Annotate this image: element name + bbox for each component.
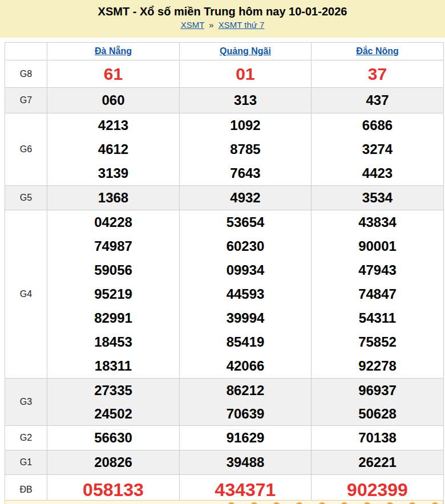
prize-label-g1: G1 bbox=[5, 450, 47, 475]
result-number: 4423 bbox=[312, 161, 443, 185]
result-number: 39488 bbox=[180, 450, 311, 474]
prize-label-g6: G6 bbox=[5, 113, 47, 186]
result-number: 91629 bbox=[180, 426, 311, 450]
result-number: 4213 bbox=[47, 113, 179, 137]
page-header: XSMT - Xổ số miền Trung hôm nay 10-01-20… bbox=[0, 0, 445, 38]
result-number: 20826 bbox=[47, 450, 179, 474]
result-number: 96937 bbox=[312, 379, 443, 402]
result-number: 44593 bbox=[180, 282, 311, 306]
result-number: 70138 bbox=[312, 426, 443, 450]
next-section-cutoff bbox=[5, 500, 443, 504]
result-number: 313 bbox=[180, 88, 311, 112]
corner-cell bbox=[5, 43, 47, 60]
province-link-dac-nong[interactable]: Đắc Nông bbox=[356, 46, 399, 56]
result-number: 59056 bbox=[47, 258, 179, 282]
prize-row-g3: G3 27335 24502 86212 70639 96937 50628 bbox=[5, 379, 444, 426]
result-number: 4932 bbox=[180, 186, 311, 210]
result-number: 39994 bbox=[180, 306, 311, 330]
result-number: 74847 bbox=[312, 282, 443, 306]
result-number: 18311 bbox=[47, 354, 179, 378]
result-number: 3274 bbox=[312, 137, 443, 161]
result-number: 56630 bbox=[47, 426, 179, 450]
province-link-quang-ngai[interactable]: Quảng Ngãi bbox=[220, 46, 271, 56]
column-header-quang-ngai: Quảng Ngãi bbox=[180, 43, 312, 60]
prize-label-g2: G2 bbox=[5, 426, 47, 450]
result-number: 47943 bbox=[312, 258, 443, 282]
prize-label-g7: G7 bbox=[5, 88, 47, 113]
prize-row-g6: G6 4213 4612 3139 1092 8785 7643 6686 32… bbox=[5, 113, 444, 186]
result-number: 92278 bbox=[312, 354, 443, 378]
prize-row-g1: G1 20826 39488 26221 bbox=[5, 450, 444, 475]
result-number: 74987 bbox=[47, 234, 179, 258]
result-number: 70639 bbox=[180, 402, 311, 425]
result-number: 1092 bbox=[180, 113, 311, 137]
breadcrumb: XSMT » XSMT thứ 7 bbox=[0, 20, 445, 30]
table-header-row: Đà Nẵng Quảng Ngãi Đắc Nông bbox=[5, 43, 444, 60]
result-number: 24502 bbox=[47, 402, 179, 425]
prize-row-g5: G5 1368 4932 3534 bbox=[5, 186, 444, 210]
result-number: 04228 bbox=[47, 210, 179, 234]
result-number: 60230 bbox=[180, 234, 311, 258]
result-number: 26221 bbox=[312, 450, 443, 474]
result-number: 95219 bbox=[47, 282, 179, 306]
result-number: 43834 bbox=[312, 210, 443, 234]
prize-row-g8: G8 61 01 37 bbox=[5, 60, 444, 88]
result-number: 437 bbox=[312, 88, 443, 112]
result-number: 3534 bbox=[312, 186, 443, 210]
result-number: 82991 bbox=[47, 306, 179, 330]
prize-row-g2: G2 56630 91629 70138 bbox=[5, 426, 444, 450]
result-number: 37 bbox=[312, 60, 443, 87]
prize-label-g3: G3 bbox=[5, 379, 47, 426]
breadcrumb-link-xsmt-thu-7[interactable]: XSMT thứ 7 bbox=[219, 20, 265, 30]
result-number: 4612 bbox=[47, 137, 179, 161]
prize-row-g7: G7 060 313 437 bbox=[5, 88, 444, 113]
result-number: 42066 bbox=[180, 354, 311, 378]
result-number: 3139 bbox=[47, 161, 179, 185]
prize-label-g5: G5 bbox=[5, 186, 47, 210]
result-number: 54311 bbox=[312, 306, 443, 330]
result-number: 86212 bbox=[180, 379, 311, 402]
result-number: 01 bbox=[180, 60, 311, 87]
prize-row-g4: G4 04228 74987 59056 95219 82991 18453 1… bbox=[5, 210, 444, 379]
result-number: 8785 bbox=[180, 137, 311, 161]
result-number: 50628 bbox=[312, 402, 443, 425]
province-link-da-nang[interactable]: Đà Nẵng bbox=[95, 46, 132, 56]
page-title: XSMT - Xổ số miền Trung hôm nay 10-01-20… bbox=[0, 5, 445, 18]
breadcrumb-link-xsmt[interactable]: XSMT bbox=[181, 20, 204, 30]
result-number: 90001 bbox=[312, 234, 443, 258]
result-number: 53654 bbox=[180, 210, 311, 234]
column-header-dac-nong: Đắc Nông bbox=[312, 43, 444, 60]
breadcrumb-separator: » bbox=[209, 20, 213, 30]
lottery-results-table: Đà Nẵng Quảng Ngãi Đắc Nông G8 61 01 37 … bbox=[5, 42, 444, 504]
result-number: 7643 bbox=[180, 161, 311, 185]
result-number: 6686 bbox=[312, 113, 443, 137]
result-number: 09934 bbox=[180, 258, 311, 282]
result-number: 61 bbox=[47, 60, 179, 87]
prize-label-g8: G8 bbox=[5, 60, 47, 88]
column-header-da-nang: Đà Nẵng bbox=[47, 43, 180, 60]
result-number: 18453 bbox=[47, 330, 179, 354]
result-number: 1368 bbox=[47, 186, 179, 210]
result-number: 27335 bbox=[47, 379, 179, 402]
result-number: 060 bbox=[47, 88, 179, 112]
result-number: 85419 bbox=[180, 330, 311, 354]
prize-label-g4: G4 bbox=[5, 210, 47, 379]
result-number: 75852 bbox=[312, 330, 443, 354]
